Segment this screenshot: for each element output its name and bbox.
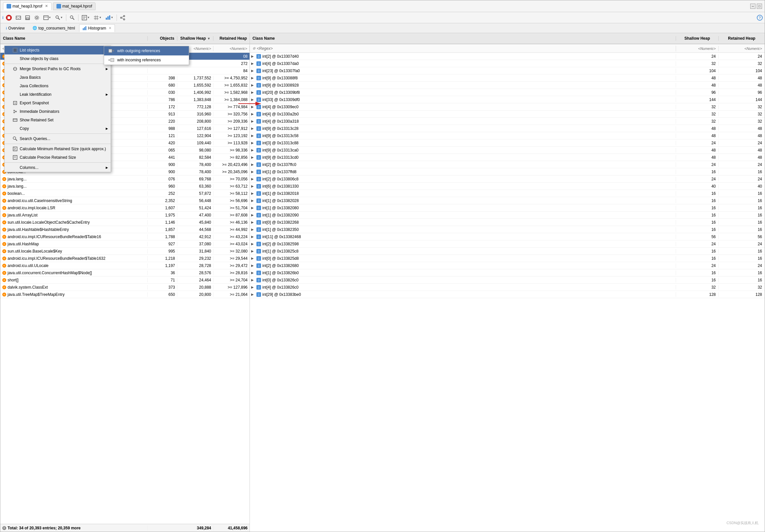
right-table-row[interactable]: ▶ [] int[2] @ 0x133806c8 24 24 (250, 175, 765, 183)
filter-retained[interactable]: <Numeric> (214, 46, 250, 51)
tab-histogram[interactable]: Histogram ✕ (79, 24, 115, 32)
right-table-row[interactable]: ▶ [] int[3] @ 0x13313c88 24 24 (250, 139, 765, 146)
expand-arrow[interactable]: ▶ (251, 98, 255, 101)
right-filter-shallow[interactable]: <Numeric> (676, 46, 719, 51)
toolbar-btn-extra[interactable] (119, 14, 127, 22)
right-table-row[interactable]: ▶ [] int[1] @ 0x13382350 16 16 (250, 226, 765, 233)
table-row[interactable]: c android.icu.util.CaseInsensitiveString… (0, 197, 250, 204)
table-row[interactable]: c java.util.HashMap 927 37,080 >= 43,024 (0, 240, 250, 248)
submenu-item-incoming[interactable]: with incoming references (104, 55, 189, 65)
table-row[interactable]: c java.lang... 076 69,768 >= 70,056 (0, 175, 250, 183)
right-table-row[interactable]: ▶ [] int[4] @ 0x133826c0 32 32 (250, 284, 765, 291)
toolbar-btn-2[interactable] (23, 14, 32, 22)
right-table-row[interactable]: ▶ [] int[1] @ 0x13382028 16 16 (250, 197, 765, 204)
right-table-row[interactable]: ▶ [] int[9] @ 0x13313ca0 48 48 (250, 146, 765, 154)
right-table-row[interactable]: ▶ [] int[1] @ 0x13382018 16 16 (250, 190, 765, 197)
right-table-row[interactable]: ▶ [] int[1] @ 0x13382080 16 16 (250, 204, 765, 211)
right-table-row[interactable]: ▶ [] int[9] @ 0x133088f8 48 48 (250, 75, 765, 82)
stop-button[interactable] (4, 14, 13, 22)
expand-arrow[interactable]: ▶ (251, 256, 255, 260)
table-row[interactable]: c java.util.ArrayList 1,975 47,400 >= 87… (0, 211, 250, 219)
right-table-row[interactable]: ▶ [] int[2] @ 0x13382680 24 24 (250, 262, 765, 269)
toolbar-dropdown-1[interactable]: ▼ (42, 14, 53, 22)
menu-item-java-basics[interactable]: Java Basics (5, 73, 111, 82)
expand-arrow[interactable]: ▶ (251, 177, 255, 181)
toolbar-dropdown-2[interactable]: ▼ (54, 14, 65, 22)
tab-close-mat3[interactable]: ✕ (45, 4, 48, 8)
expand-arrow[interactable]: ▶ (251, 62, 255, 65)
table-row[interactable]: c android.icu.impl.ICUResourceBundleRead… (0, 255, 250, 262)
table-row[interactable]: c java.lang... 960 63,360 >= 63,712 (0, 183, 250, 190)
expand-arrow[interactable]: ▶ (251, 83, 255, 87)
submenu-item-outgoing[interactable]: with outgoing references (104, 46, 189, 55)
right-table-row[interactable]: ▶ [] int[1] @ 0x13382090 16 16 (250, 211, 765, 219)
expand-arrow[interactable]: ▶ (251, 120, 255, 123)
table-row[interactable]: c short[] 71 24,464 >= 24,704 (0, 277, 250, 284)
expand-arrow[interactable]: ▶ (251, 69, 255, 73)
menu-item-dominators[interactable]: Immediate Dominators (5, 107, 111, 116)
expand-arrow[interactable]: ▶ (251, 163, 255, 166)
right-table-row[interactable]: ▶ [] int[20] @ 0x13309bf8 96 96 (250, 89, 765, 96)
menu-item-search-queries[interactable]: Search Queries... (5, 134, 111, 143)
expand-arrow[interactable]: ▶ (251, 228, 255, 231)
table-row[interactable]: c boolean... 252 57,872 >= 58,112 (0, 190, 250, 197)
right-table-row[interactable]: ▶ [] int[23] @ 0x13307fa0 104 104 (250, 67, 765, 75)
toolbar-btn-3[interactable] (33, 14, 41, 22)
right-table-row[interactable]: ▶ [] int[4] @ 0x1330a2b0 32 32 (250, 111, 765, 118)
right-table-row[interactable]: ▶ [] int[6] @ 0x13381330 40 40 (250, 183, 765, 190)
tab-mat-heap4[interactable]: mat_heap4.hprof (53, 2, 96, 10)
table-row[interactable]: c android.icu.util.ULocale 1,197 28,728 … (0, 262, 250, 269)
right-table-row[interactable]: ▶ [] int[0] @ 0x133825d8 16 16 (250, 255, 765, 262)
right-table-row[interactable]: ▶ [] int[0] @ 0x13382268 16 16 (250, 219, 765, 226)
minimize-button[interactable]: ─ (750, 4, 755, 9)
menu-item-export[interactable]: Export Snapshot (5, 99, 111, 107)
tab-top-consumers[interactable]: 🌐 top_consumers_html (29, 24, 79, 32)
expand-arrow[interactable]: ▶ (251, 134, 255, 137)
menu-item-columns[interactable]: Columns... (5, 163, 111, 172)
expand-arrow[interactable]: ▶ (251, 76, 255, 80)
toolbar-dropdown-4[interactable]: ▼ (92, 14, 103, 22)
table-row[interactable]: c android.icu.impl.ICUResourceBundleRead… (0, 233, 250, 240)
expand-arrow[interactable]: ▶ (251, 206, 255, 210)
expand-arrow[interactable]: ▶ (251, 285, 255, 289)
toolbar-btn-1[interactable] (14, 14, 23, 22)
sort-arrow-shallow[interactable]: ▼ (207, 37, 211, 40)
menu-item-list-objects[interactable]: List objects (5, 46, 111, 55)
menu-item-show-by-class[interactable]: Show objects by class (5, 55, 111, 63)
right-table-row[interactable]: ▶ [] int[2] @ 0x13307d40 24 24 (250, 53, 765, 60)
right-table-row[interactable]: ▶ [] int[29] @ 0x13383be0 128 128 (250, 291, 765, 298)
table-row[interactable]: c sun.util.locale.LocaleObjectCache$Cach… (0, 219, 250, 226)
right-table-row[interactable]: ▶ [] int[2] @ 0x13382598 24 24 (250, 240, 765, 248)
search-button[interactable] (68, 14, 77, 22)
expand-arrow[interactable]: ▶ (251, 55, 255, 58)
table-row[interactable]: c android.icu.impl.locale.LSR 1,607 51,4… (0, 204, 250, 211)
toolbar-dropdown-3[interactable]: ▼ (80, 14, 91, 22)
menu-item-calc-precise[interactable]: = Calculate Precise Retained Size (5, 153, 111, 162)
expand-arrow[interactable]: ▶ (251, 213, 255, 217)
help-icon[interactable]: ? (757, 15, 763, 21)
right-table-row[interactable]: ▶ [] int[4] @ 0x13309ec0 32 32 (250, 103, 765, 111)
tab-overview[interactable]: i Overview (2, 24, 28, 32)
menu-item-retained-set[interactable]: Show Retained Set (5, 116, 111, 124)
toolbar-btn-chart[interactable]: ▼ (104, 14, 115, 22)
expand-arrow[interactable]: ▶ (251, 191, 255, 195)
right-table-row[interactable]: ▶ [] int[9] @ 0x13313cd0 48 48 (250, 154, 765, 161)
right-table-row[interactable]: ▶ [] int[0] @ 0x133826c0 16 16 (250, 277, 765, 284)
expand-arrow[interactable]: ▶ (251, 278, 255, 282)
expand-arrow[interactable]: ▶ (251, 271, 255, 275)
table-row[interactable]: c sun.util.locale.BaseLocale$Key 995 31,… (0, 248, 250, 255)
expand-arrow[interactable]: ▶ (251, 112, 255, 116)
expand-arrow[interactable]: ▶ (251, 264, 255, 267)
right-table-row[interactable]: ▶ [] int[1] @ 0x1337ffd8 16 16 (250, 168, 765, 175)
table-row[interactable]: c java.util.concurrent.ConcurrentHashMap… (0, 269, 250, 277)
right-table-row[interactable]: ▶ [] int[1] @ 0x133825c8 16 16 (250, 248, 765, 255)
expand-arrow[interactable]: ▶ (251, 242, 255, 246)
menu-item-calc-min[interactable]: ≥ Calculate Minimum Retained Size (quick… (5, 144, 111, 153)
expand-arrow[interactable]: ▶ (251, 184, 255, 188)
expand-arrow[interactable]: ▶ (251, 199, 255, 202)
right-table-row[interactable]: ▶ [] int[9] @ 0x13313c58 48 48 (250, 132, 765, 139)
right-table-row[interactable]: ▶ [] int[33] @ 0x13309df0 144 144 (250, 96, 765, 103)
tab-histogram-close[interactable]: ✕ (109, 26, 111, 30)
right-filter-classname[interactable]: ⊛ <Regex> (250, 46, 676, 52)
menu-item-copy[interactable]: Copy (5, 124, 111, 133)
